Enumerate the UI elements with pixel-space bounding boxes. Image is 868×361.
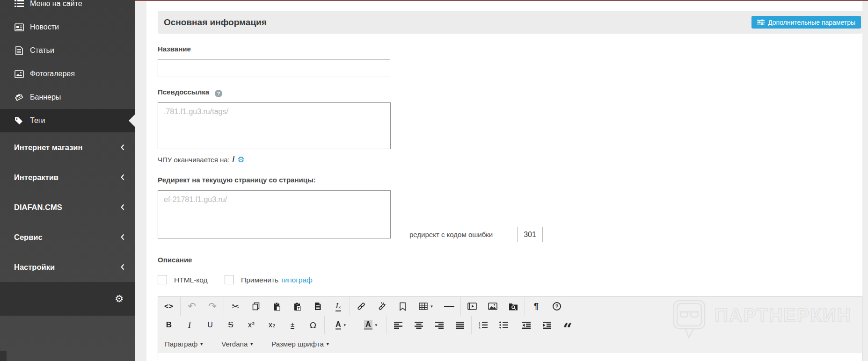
align-justify-button[interactable]: [450, 316, 470, 334]
redirect-textarea[interactable]: [158, 190, 391, 238]
tags-icon: [14, 116, 24, 126]
name-input[interactable]: [158, 59, 390, 77]
editor-toolbar: <> ↶ ↷ ✂ T: [158, 297, 862, 353]
sidebar-section-service[interactable]: Сервис: [0, 222, 135, 252]
sidebar-section-settings[interactable]: Настройки: [0, 252, 135, 282]
table-button[interactable]: ▾: [413, 297, 439, 316]
nonbreaking-space-button[interactable]: ±: [282, 316, 303, 334]
sidebar-item-label: Фотогалерея: [30, 70, 75, 78]
chpu-slash: /: [233, 155, 234, 164]
page-title: Основная информация: [164, 17, 267, 28]
superscript-button[interactable]: x²: [241, 316, 262, 334]
paste-button[interactable]: [266, 297, 287, 316]
special-character-button[interactable]: Ω: [303, 316, 323, 334]
toolbar-separator: [224, 297, 224, 316]
typograf-label: Применить типограф: [241, 276, 313, 284]
underline-button[interactable]: U: [200, 316, 220, 334]
svg-text:T: T: [298, 306, 300, 310]
strikethrough-button[interactable]: S: [220, 316, 241, 334]
align-center-button[interactable]: [408, 316, 429, 334]
sidebar: Меню на сайте Новости Статьи Фотогалерея: [0, 0, 135, 361]
paste-text-button[interactable]: T: [287, 297, 307, 316]
sidebar-item-tags[interactable]: Теги: [0, 109, 135, 132]
align-right-button[interactable]: [429, 316, 450, 334]
redirect-code-input[interactable]: [517, 227, 543, 242]
undo-button[interactable]: ↶: [182, 297, 202, 316]
slug-textarea[interactable]: [158, 102, 391, 149]
redo-button[interactable]: ↷: [202, 297, 223, 316]
paragraph-marks-button[interactable]: ¶: [526, 297, 547, 316]
sidebar-item-label: Теги: [30, 116, 45, 125]
sidebar-item-banners[interactable]: Баннеры: [0, 86, 135, 109]
banners-icon: [14, 92, 24, 102]
sidebar-section-shop[interactable]: Интернет магазин: [0, 132, 135, 162]
gear-icon[interactable]: ⚙: [115, 293, 124, 304]
typograf-link[interactable]: типограф: [280, 276, 312, 284]
unordered-list-button[interactable]: [493, 316, 514, 334]
italic-button[interactable]: I: [179, 316, 200, 334]
sidebar-scroll-nub: [0, 351, 7, 361]
link-button[interactable]: [351, 297, 372, 316]
chevron-left-icon: [121, 144, 124, 151]
editor-content-area[interactable]: [158, 353, 862, 361]
file-browser-button[interactable]: [503, 297, 524, 316]
indent-button[interactable]: [537, 316, 557, 334]
name-label: Название: [158, 45, 191, 53]
image-button[interactable]: [482, 297, 503, 316]
sidebar-item-site-menu[interactable]: Меню на сайте: [0, 0, 135, 15]
subscript-button[interactable]: x₂: [262, 316, 282, 334]
font-family-dropdown[interactable]: Verdana ▾: [215, 334, 259, 353]
html-code-label: HTML-код: [174, 276, 208, 284]
paragraph-format-dropdown[interactable]: Параграф ▾: [159, 334, 209, 353]
description-label: Описание: [158, 256, 192, 264]
sidebar-item-label: Меню на сайте: [30, 0, 82, 8]
question-icon[interactable]: ?: [215, 90, 222, 97]
sidebar-section-diafan-cms[interactable]: DIAFAN.CMS: [0, 192, 135, 222]
copy-button[interactable]: [246, 297, 266, 316]
redirect-code-label: редирект с кодом ошибки: [409, 231, 493, 238]
background-color-button[interactable]: A ▾: [356, 316, 386, 334]
chevron-down-icon: ▾: [200, 341, 203, 347]
text-color-button[interactable]: A ▾: [326, 316, 356, 334]
sidebar-section-interactive[interactable]: Интерактив: [0, 162, 135, 192]
chevron-down-icon: ▾: [375, 323, 378, 327]
additional-params-button[interactable]: Дополнительные параметры: [751, 16, 861, 29]
chevron-left-icon: [121, 174, 124, 180]
outdent-button[interactable]: [516, 316, 537, 334]
chpu-row: ЧПУ оканчивается на: / ⚙: [158, 155, 245, 164]
svg-text:3: 3: [479, 327, 481, 329]
blockquote-button[interactable]: “: [557, 316, 578, 334]
toolbar-separator: [515, 316, 515, 334]
additional-params-label: Дополнительные параметры: [768, 19, 855, 26]
chevron-down-icon: ▾: [430, 304, 433, 309]
bold-button[interactable]: B: [159, 316, 179, 334]
document-button[interactable]: [307, 297, 328, 316]
anchor-bookmark-button[interactable]: [392, 297, 413, 316]
sidebar-item-news[interactable]: Новости: [0, 15, 135, 39]
news-icon: [14, 22, 24, 32]
toolbar-separator: [324, 316, 325, 334]
article-icon: [14, 45, 24, 56]
sidebar-item-photo-gallery[interactable]: Фотогалерея: [0, 62, 135, 86]
sliders-icon: [757, 19, 765, 25]
font-size-dropdown[interactable]: Размер шрифта ▾: [265, 334, 335, 353]
html-code-checkbox[interactable]: [158, 275, 167, 284]
ordered-list-button[interactable]: 123: [473, 316, 493, 334]
help-button[interactable]: ?: [547, 297, 567, 316]
main-content: Основная информация Дополнительные парам…: [146, 0, 862, 361]
chevron-left-icon: [121, 204, 124, 210]
cut-button[interactable]: ✂: [225, 297, 246, 316]
unlink-button[interactable]: [372, 297, 392, 316]
horizontal-rule-button[interactable]: [439, 297, 460, 316]
gear-icon[interactable]: ⚙: [237, 155, 244, 164]
sidebar-item-articles[interactable]: Статьи: [0, 39, 135, 62]
align-left-button[interactable]: [388, 316, 408, 334]
clear-formatting-button[interactable]: I×: [328, 297, 349, 316]
source-code-button[interactable]: <>: [159, 297, 179, 316]
media-button[interactable]: [462, 297, 482, 316]
redirect-label: Редирект на текущую страницу со страницы…: [158, 176, 316, 184]
sidebar-item-label: Баннеры: [30, 93, 61, 101]
typograf-checkbox[interactable]: [225, 275, 234, 284]
toolbar-separator: [350, 297, 350, 316]
slug-label-row: Псевдоссылка ?: [158, 88, 222, 97]
